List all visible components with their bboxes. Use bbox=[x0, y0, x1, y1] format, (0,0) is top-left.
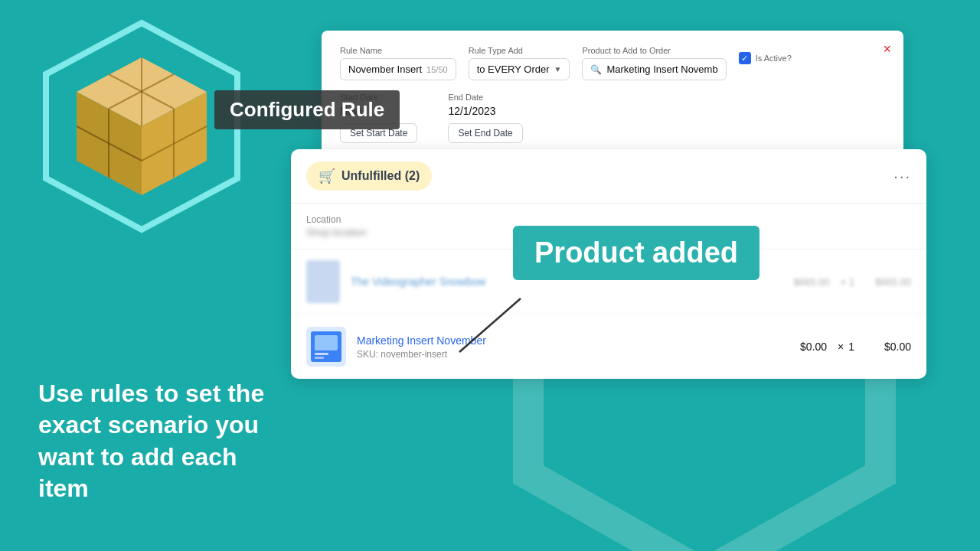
added-item-qty-group: × 1 bbox=[838, 341, 854, 353]
more-options-button[interactable]: ··· bbox=[893, 168, 911, 185]
configured-rule-badge: Configured Rule bbox=[214, 90, 400, 129]
set-end-date-button[interactable]: Set End Date bbox=[448, 123, 522, 143]
product-search-input[interactable]: 🔍 Marketing Insert Novemb bbox=[582, 58, 726, 80]
unfulfilled-icon: 🛒 bbox=[318, 168, 335, 184]
rule-type-dropdown[interactable]: to EVERY Order ▼ bbox=[469, 58, 570, 80]
chevron-down-icon: ▼ bbox=[554, 65, 562, 73]
rule-type-value: to EVERY Order bbox=[477, 64, 550, 75]
product-value: Marketing Insert Novemb bbox=[606, 64, 717, 75]
product-image-svg bbox=[307, 328, 345, 366]
rule-type-group: Rule Type Add to EVERY Order ▼ bbox=[469, 46, 570, 80]
added-item-info: Marketing Insert November SKU: november-… bbox=[357, 334, 789, 360]
end-date-group: End Date 12/1/2023 Set End Date bbox=[448, 93, 522, 143]
svg-rect-15 bbox=[315, 353, 328, 355]
rule-name-value: November Insert bbox=[348, 64, 422, 75]
rule-name-char-count: 15/50 bbox=[426, 65, 448, 74]
close-button[interactable]: × bbox=[883, 41, 891, 57]
is-active-label: Is Active? bbox=[756, 54, 792, 63]
left-text-content: Use rules to set the exact scenario you … bbox=[38, 380, 264, 503]
product-added-overlay: Product added bbox=[513, 226, 760, 280]
is-active-checkbox[interactable]: ✓ bbox=[739, 52, 751, 64]
added-order-item: Marketing Insert November SKU: november-… bbox=[291, 315, 926, 379]
added-item-image bbox=[306, 327, 346, 367]
blurred-item-total: $665.00 bbox=[865, 276, 911, 288]
blurred-item-prices: $665.00 × 1 $665.00 bbox=[794, 276, 911, 288]
blurred-item-image bbox=[306, 260, 340, 303]
added-item-sku: SKU: november-insert bbox=[357, 349, 789, 360]
qty-separator: × bbox=[838, 341, 844, 353]
is-active-group: ✓ Is Active? bbox=[739, 52, 792, 64]
rule-name-label: Rule Name bbox=[340, 46, 456, 55]
svg-line-17 bbox=[459, 298, 521, 352]
end-date-label: End Date bbox=[448, 93, 522, 102]
added-item-total: $0.00 bbox=[865, 341, 911, 353]
order-header: 🛒 Unfulfilled (2) ··· bbox=[291, 149, 926, 204]
added-item-price: $0.00 bbox=[800, 341, 827, 353]
rule-name-input[interactable]: November Insert 15/50 bbox=[340, 58, 456, 80]
end-date-value: 12/1/2023 bbox=[448, 105, 522, 117]
rule-name-group: Rule Name November Insert 15/50 bbox=[340, 46, 456, 80]
unfulfilled-badge: 🛒 Unfulfilled (2) bbox=[306, 161, 432, 191]
blurred-item-price: $665.00 bbox=[794, 276, 830, 288]
product-added-label: Product added bbox=[534, 236, 738, 269]
unfulfilled-label: Unfulfilled (2) bbox=[341, 169, 420, 183]
rule-type-label: Rule Type Add bbox=[469, 46, 570, 55]
rule-card: × Rule Name November Insert 15/50 Rule T… bbox=[322, 31, 903, 158]
svg-rect-14 bbox=[315, 335, 338, 350]
left-text: Use rules to set the exact scenario you … bbox=[38, 378, 283, 505]
added-item-qty: 1 bbox=[848, 341, 854, 353]
arrow-indicator bbox=[444, 291, 536, 367]
configured-rule-label: Configured Rule bbox=[230, 98, 384, 121]
product-group: Product to Add to Order 🔍 Marketing Inse… bbox=[582, 46, 726, 80]
search-icon: 🔍 bbox=[590, 64, 602, 75]
location-label: Location bbox=[306, 214, 911, 225]
svg-rect-16 bbox=[315, 357, 324, 359]
blurred-item-qty: × 1 bbox=[841, 276, 854, 288]
product-label: Product to Add to Order bbox=[582, 46, 726, 55]
added-item-name: Marketing Insert November bbox=[357, 334, 789, 347]
